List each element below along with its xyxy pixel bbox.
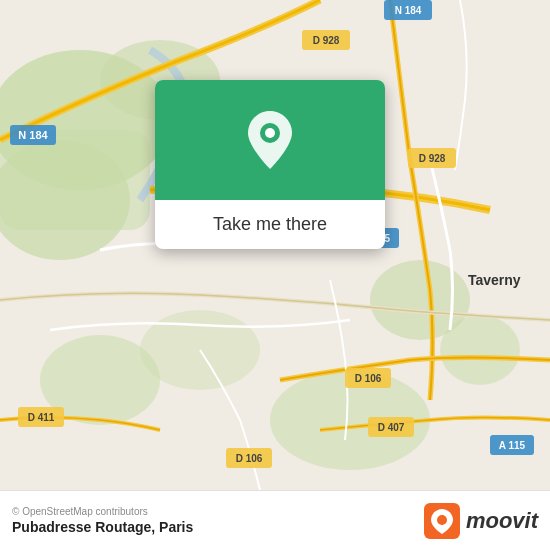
- svg-text:Taverny: Taverny: [468, 272, 521, 288]
- popup-header: [155, 80, 385, 200]
- attribution-section: © OpenStreetMap contributors Pubadresse …: [12, 506, 193, 535]
- svg-text:D 411: D 411: [28, 412, 55, 423]
- svg-text:A 115: A 115: [499, 440, 526, 451]
- svg-text:D 106: D 106: [236, 453, 263, 464]
- svg-text:D 407: D 407: [378, 422, 405, 433]
- svg-text:D 928: D 928: [419, 153, 446, 164]
- place-name: Pubadresse Routage, Paris: [12, 519, 193, 535]
- svg-text:N 184: N 184: [395, 5, 422, 16]
- popup-card: Take me there: [155, 80, 385, 249]
- svg-text:N 184: N 184: [18, 129, 48, 141]
- location-pin: [244, 109, 296, 171]
- take-me-there-button[interactable]: Take me there: [155, 200, 385, 249]
- moovit-text: moovit: [466, 508, 538, 534]
- osm-attribution: © OpenStreetMap contributors: [12, 506, 193, 517]
- svg-point-37: [437, 515, 447, 525]
- moovit-logo: moovit: [424, 503, 538, 539]
- svg-point-35: [265, 128, 275, 138]
- svg-text:D 928: D 928: [313, 35, 340, 46]
- moovit-icon: [424, 503, 460, 539]
- map-container: N 184 D 928 D 928 A 115 A 115 A 115 D 10…: [0, 0, 550, 490]
- bottom-bar: © OpenStreetMap contributors Pubadresse …: [0, 490, 550, 550]
- svg-text:D 106: D 106: [355, 373, 382, 384]
